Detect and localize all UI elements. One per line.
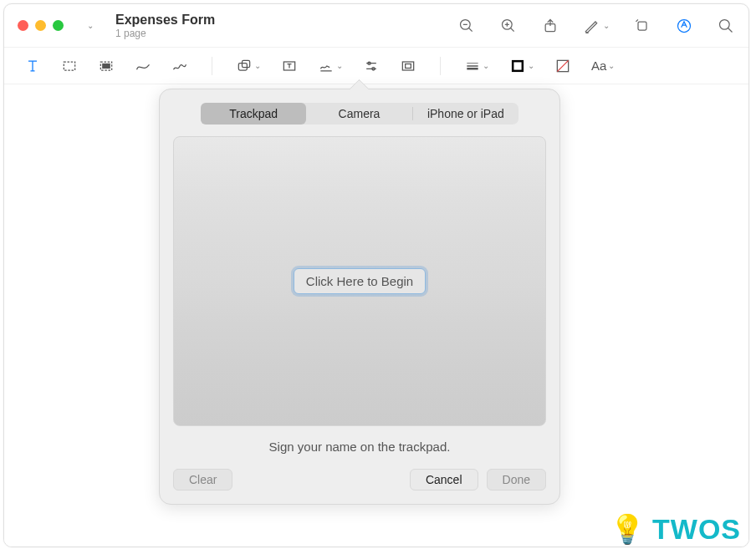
svg-rect-31 [402, 62, 413, 70]
document-subtitle: 1 page [115, 28, 215, 39]
text-style-menu[interactable]: Aa ⌄ [591, 58, 615, 73]
minimize-window-button[interactable] [35, 20, 46, 31]
draw-tool[interactable] [171, 58, 188, 74]
chevron-down-icon: ⌄ [254, 61, 261, 70]
titlebar: ⌄ Expenses Form 1 page ⌄ [4, 4, 748, 48]
sidebar-toggle-button[interactable]: ⌄ [80, 18, 99, 33]
svg-rect-22 [243, 60, 250, 67]
svg-rect-11 [638, 22, 646, 30]
done-button[interactable]: Done [487, 469, 546, 490]
separator [212, 57, 212, 75]
svg-line-38 [557, 60, 568, 71]
document-title-block: Expenses Form 1 page [115, 13, 215, 39]
watermark: 💡 TWOS [610, 512, 741, 546]
top-toolbar: ⌄ [457, 17, 735, 35]
chevron-down-icon: ⌄ [528, 61, 534, 70]
rotate-button[interactable] [633, 17, 651, 35]
chevron-down-icon: ⌄ [483, 61, 489, 70]
adjust-color-tool[interactable] [363, 58, 380, 74]
document-title: Expenses Form [115, 13, 215, 28]
tab-camera[interactable]: Camera [306, 103, 411, 125]
separator [440, 57, 441, 75]
svg-rect-20 [103, 64, 110, 68]
clear-button[interactable]: Clear [173, 469, 232, 490]
signature-popover: Trackpad Camera iPhone or iPad Click Her… [159, 89, 560, 505]
search-button[interactable] [717, 17, 735, 35]
fullscreen-window-button[interactable] [53, 20, 64, 31]
crop-tool[interactable] [400, 58, 416, 74]
sign-menu[interactable]: ⌄ [318, 58, 343, 74]
border-color-menu[interactable]: ⌄ [509, 58, 534, 74]
svg-line-14 [728, 28, 733, 32]
zoom-out-button[interactable] [457, 17, 476, 35]
chevron-down-icon: ⌄ [608, 61, 615, 70]
close-window-button[interactable] [18, 20, 28, 31]
signature-capture-area[interactable]: Click Here to Begin [173, 136, 546, 426]
highlight-menu[interactable]: ⌄ [583, 18, 610, 34]
watermark-text: TWOS [652, 513, 741, 546]
fill-color-button[interactable] [554, 58, 571, 74]
rectangular-selection-tool[interactable] [61, 58, 78, 74]
chevron-down-icon: ⌄ [603, 21, 610, 30]
redact-tool[interactable] [98, 58, 115, 74]
share-button[interactable] [541, 17, 559, 35]
sketch-tool[interactable] [135, 58, 151, 74]
shapes-menu[interactable]: ⌄ [236, 58, 261, 74]
popover-button-row: Clear Cancel Done [173, 469, 546, 490]
tab-iphone-ipad[interactable]: iPhone or iPad [413, 103, 518, 125]
svg-rect-32 [406, 64, 411, 68]
cancel-button[interactable]: Cancel [410, 469, 478, 490]
line-style-menu[interactable]: ⌄ [464, 58, 489, 74]
text-tool[interactable] [281, 58, 298, 74]
lightbulb-icon: 💡 [610, 512, 646, 546]
tab-trackpad[interactable]: Trackpad [201, 103, 306, 125]
window-controls [18, 20, 64, 31]
text-selection-tool[interactable] [24, 58, 41, 74]
svg-point-13 [720, 19, 730, 29]
zoom-in-button[interactable] [499, 17, 518, 35]
text-style-label: Aa [591, 58, 606, 73]
svg-line-6 [511, 28, 514, 31]
begin-signature-button[interactable]: Click Here to Begin [294, 268, 426, 294]
svg-line-3 [469, 28, 472, 31]
signature-source-tabs: Trackpad Camera iPhone or iPad [201, 103, 518, 125]
signature-hint: Sign your name on the trackpad. [173, 440, 546, 454]
chevron-down-icon: ⌄ [87, 21, 94, 30]
markup-toolbar: ⌄ ⌄ ⌄ ⌄ Aa ⌄ [4, 48, 748, 84]
chevron-down-icon: ⌄ [336, 61, 343, 70]
markup-button[interactable] [675, 17, 693, 35]
svg-rect-36 [513, 61, 523, 71]
svg-rect-18 [64, 62, 74, 70]
